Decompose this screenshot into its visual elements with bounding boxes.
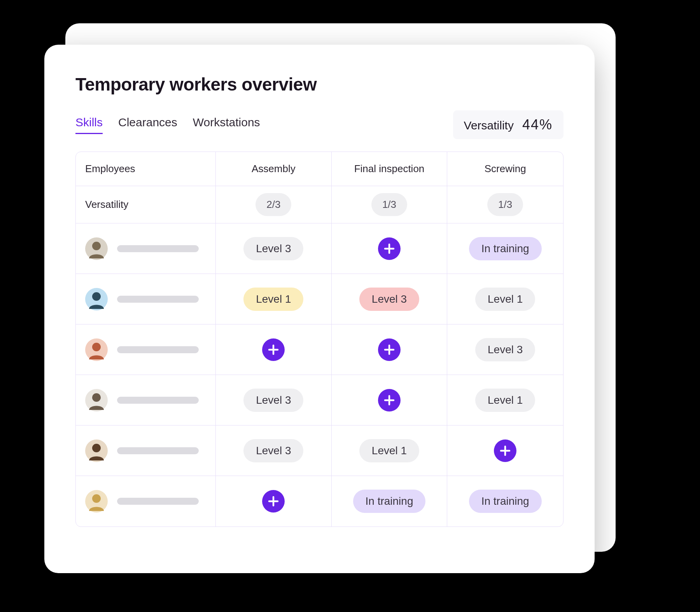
skill-cell: Level 1 xyxy=(216,274,332,324)
table-row: In trainingIn training xyxy=(76,476,563,527)
employee-name-placeholder xyxy=(117,447,199,454)
employee-name-placeholder xyxy=(117,346,199,353)
add-skill-button[interactable] xyxy=(378,389,401,411)
employee-name-placeholder xyxy=(117,245,199,252)
versatility-row: Versatility 2/3 1/3 1/3 xyxy=(76,186,563,223)
table-header-row: Employees Assembly Final inspection Scre… xyxy=(76,152,563,186)
skill-level-pill[interactable]: Level 1 xyxy=(475,288,535,311)
skill-level-pill[interactable]: In training xyxy=(469,490,542,513)
skill-cell: Level 1 xyxy=(447,274,563,324)
employee-cell[interactable] xyxy=(76,223,216,274)
add-skill-button[interactable] xyxy=(378,237,401,260)
avatar xyxy=(85,490,108,513)
svg-point-1 xyxy=(92,242,101,250)
skill-cell xyxy=(216,324,332,375)
versatility-summary: Versatility 44% xyxy=(453,110,564,139)
employee-name-placeholder xyxy=(117,296,199,303)
skill-level-pill[interactable]: Level 3 xyxy=(243,389,303,412)
col-assembly: Assembly xyxy=(216,152,332,186)
add-skill-button[interactable] xyxy=(378,338,401,361)
skill-level-pill[interactable]: Level 1 xyxy=(359,439,419,462)
skill-cell: Level 3 xyxy=(332,274,448,324)
skills-table: Employees Assembly Final inspection Scre… xyxy=(75,152,564,527)
skill-level-pill[interactable]: Level 3 xyxy=(359,288,419,311)
skill-cell xyxy=(332,223,448,274)
svg-point-9 xyxy=(92,444,101,452)
avatar xyxy=(85,338,108,361)
tab-clearances[interactable]: Clearances xyxy=(118,116,177,134)
skill-cell xyxy=(216,476,332,527)
employee-cell[interactable] xyxy=(76,476,216,527)
col-final-inspection: Final inspection xyxy=(332,152,448,186)
skill-cell xyxy=(447,425,563,476)
employee-name-placeholder xyxy=(117,498,199,505)
svg-point-5 xyxy=(92,343,101,351)
avatar xyxy=(85,237,108,260)
skill-level-pill[interactable]: In training xyxy=(469,237,542,260)
versatility-count: 1/3 xyxy=(371,193,407,216)
employee-name-placeholder xyxy=(117,397,199,404)
tab-workstations[interactable]: Workstations xyxy=(193,116,260,134)
skill-level-pill[interactable]: Level 1 xyxy=(243,288,303,311)
avatar xyxy=(85,288,108,310)
employee-cell[interactable] xyxy=(76,324,216,375)
skill-level-pill[interactable]: Level 3 xyxy=(475,338,535,361)
overview-card: Temporary workers overview SkillsClearan… xyxy=(44,45,595,573)
table-row: Level 3Level 1 xyxy=(76,375,563,425)
skill-level-pill[interactable]: Level 3 xyxy=(243,439,303,462)
avatar xyxy=(85,389,108,411)
versatility-value: 44% xyxy=(522,117,553,133)
tab-skills[interactable]: Skills xyxy=(75,116,103,134)
table-row: Level 3Level 1 xyxy=(76,425,563,476)
add-skill-button[interactable] xyxy=(262,490,285,513)
col-screwing: Screwing xyxy=(447,152,563,186)
versatility-count: 1/3 xyxy=(487,193,523,216)
skill-cell xyxy=(332,375,448,425)
versatility-count: 2/3 xyxy=(256,193,291,216)
table-row: Level 1Level 3Level 1 xyxy=(76,274,563,324)
employee-cell[interactable] xyxy=(76,425,216,476)
skill-cell: Level 3 xyxy=(447,324,563,375)
skill-cell xyxy=(332,324,448,375)
table-row: Level 3In training xyxy=(76,223,563,274)
skill-cell: Level 1 xyxy=(447,375,563,425)
employee-cell[interactable] xyxy=(76,375,216,425)
versatility-label: Versatility xyxy=(464,119,514,132)
skill-level-pill[interactable]: Level 3 xyxy=(243,237,303,260)
avatar xyxy=(85,439,108,462)
skill-cell: Level 1 xyxy=(332,425,448,476)
col-employees: Employees xyxy=(76,152,216,186)
skill-cell: Level 3 xyxy=(216,425,332,476)
skill-cell: In training xyxy=(447,476,563,527)
tab-row: SkillsClearancesWorkstations Versatility… xyxy=(75,110,564,139)
skill-level-pill[interactable]: In training xyxy=(353,490,426,513)
skill-cell: Level 3 xyxy=(216,223,332,274)
add-skill-button[interactable] xyxy=(494,439,516,462)
employee-cell[interactable] xyxy=(76,274,216,324)
versatility-row-label: Versatility xyxy=(85,199,128,211)
svg-point-11 xyxy=(92,494,101,503)
svg-point-7 xyxy=(92,393,101,402)
skill-level-pill[interactable]: Level 1 xyxy=(475,389,535,412)
svg-point-3 xyxy=(92,292,101,301)
add-skill-button[interactable] xyxy=(262,338,285,361)
table-row: Level 3 xyxy=(76,324,563,375)
skill-cell: In training xyxy=(447,223,563,274)
skill-cell: In training xyxy=(332,476,448,527)
page-title: Temporary workers overview xyxy=(75,74,564,95)
skill-cell: Level 3 xyxy=(216,375,332,425)
